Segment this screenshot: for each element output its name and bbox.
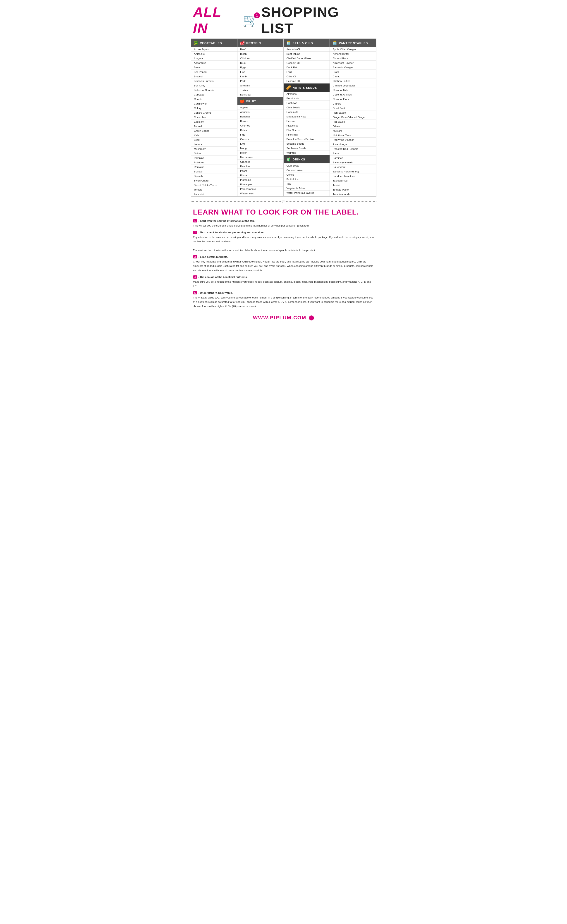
list-item: Pistachios	[284, 123, 330, 128]
list-item: Green Beans	[191, 129, 237, 133]
drinks-section: 🧃 DRINKS Club Soda Coconut Water Coffee …	[284, 155, 330, 195]
list-item: Beets	[191, 65, 237, 70]
label-num-3: 3	[193, 255, 197, 258]
pantry-icon: 🫙	[332, 40, 338, 45]
label-item-5: 5 - Understand % Daily Value. The % Dail…	[193, 291, 374, 309]
list-item: Leek	[191, 138, 237, 142]
label-num-5: 5	[193, 291, 197, 294]
list-item: Swiss Chard	[191, 178, 237, 183]
list-item: Walnuts	[284, 150, 330, 155]
fruit-label: FRUIT	[246, 100, 256, 103]
list-item: Sauerkraut	[330, 165, 376, 169]
list-item: Rice Vinegar	[330, 142, 376, 147]
list-item: Almonds	[284, 92, 330, 96]
list-item: Tomato Paste	[330, 188, 376, 192]
scissors-icon: ✂	[280, 198, 286, 204]
list-item: Fennel	[191, 124, 237, 129]
vegetables-list: Acorn Squash Artichoke Arugula Asparagus…	[191, 47, 237, 196]
vegetables-label: VEGETABLES	[200, 41, 222, 45]
list-item: Pumpkin Seeds/Pepitas	[284, 137, 330, 141]
list-item: Peaches	[237, 164, 284, 169]
list-item: Watermelon	[237, 191, 284, 195]
list-item: Capers	[330, 101, 376, 106]
list-item: Eggs	[237, 65, 284, 70]
nuts-header: 🥜 NUTS & SEEDS	[284, 84, 330, 92]
dotted-divider: ✂	[189, 196, 379, 206]
list-item: Cucumber	[191, 115, 237, 120]
list-item: Pineapple	[237, 182, 284, 187]
list-item: Romaine	[191, 165, 237, 169]
pantry-header: 🫙 PANTRY STAPLES	[330, 39, 376, 47]
list-item: Tuna (canned)	[330, 192, 376, 196]
list-item: Salmon (canned)	[330, 160, 376, 165]
list-item: Dates	[237, 128, 284, 132]
label-num-4: 4	[193, 275, 197, 279]
pantry-list: Apple Cider Vinegar Almond Butter Almond…	[330, 47, 376, 196]
label-num-1: 1	[193, 219, 197, 222]
list-item: Shellfish	[237, 83, 284, 88]
list-item: Beef	[237, 47, 284, 52]
list-item: Red Wine Vinegar	[330, 138, 376, 142]
col-vegetables: 🥦 VEGETABLES Acorn Squash Artichoke Arug…	[191, 39, 238, 196]
list-item: Mustard	[330, 129, 376, 133]
drinks-label: DRINKS	[292, 158, 305, 161]
col-pantry: 🫙 PANTRY STAPLES Apple Cider Vinegar Alm…	[330, 39, 376, 196]
list-item: Coconut Oil	[284, 61, 330, 65]
list-item: Cabbage	[191, 92, 237, 97]
list-item: Arrowroot Powder	[330, 61, 376, 65]
list-item: Lettuce	[191, 142, 237, 147]
list-item: Duck Fat	[284, 65, 330, 70]
list-item: Sundried Tomatoes	[330, 174, 376, 178]
list-item: Acorn Squash	[191, 47, 237, 52]
fruit-icon: 🍎	[240, 99, 245, 104]
list-item: Coconut Water	[284, 168, 330, 172]
label-title: LEARN WHAT TO LOOK FOR ON THE LABEL.	[193, 208, 374, 216]
list-item: Apples	[237, 105, 284, 110]
footer-logo: P	[309, 315, 314, 321]
list-item: Melon	[237, 150, 284, 155]
label-item-1-bold: - Start with the serving information at …	[198, 219, 255, 223]
label-item-3-header: 3 - Limit certain nutrients.	[193, 255, 374, 259]
pantry-label: PANTRY STAPLES	[339, 41, 368, 45]
label-item-5-header: 5 - Understand % Daily Value.	[193, 291, 374, 295]
list-item: Duck	[237, 61, 284, 65]
dot-line-right	[286, 201, 376, 202]
vegetables-header: 🥦 VEGETABLES	[191, 39, 237, 47]
list-item: Broccoli	[191, 74, 237, 79]
list-item: Lamb	[237, 74, 284, 79]
shopping-grid: 🥦 VEGETABLES Acorn Squash Artichoke Arug…	[191, 39, 376, 196]
list-item: Pecans	[284, 119, 330, 123]
list-item: Water (Mineral/Flavored)	[284, 190, 330, 195]
cart-icon-wrap: 🛒 1	[243, 14, 258, 27]
shopping-list-text: SHOPPING LIST	[261, 4, 374, 36]
nuts-section: 🥜 NUTS & SEEDS Almonds Brazil Nuts Cashe…	[284, 83, 330, 155]
list-item: Brazil Nuts	[284, 96, 330, 101]
list-item: Pine Nuts	[284, 132, 330, 137]
list-item: Bok Choy	[191, 83, 237, 88]
list-item: Chicken	[237, 56, 284, 61]
list-item: Eggplant	[191, 120, 237, 124]
list-item: Kale	[191, 133, 237, 138]
list-item: Arugula	[191, 56, 237, 61]
protein-icon: 🥩	[240, 40, 245, 45]
list-item: Sunflower Seeds	[284, 146, 330, 150]
nuts-icon: 🥜	[286, 85, 291, 90]
list-item: Olive Oil	[284, 74, 330, 79]
list-item: Hazelnuts	[284, 110, 330, 114]
protein-header: 🥩 PROTEIN	[237, 39, 284, 47]
label-item-5-text: The % Daily Value (DV) tells you the per…	[193, 296, 373, 308]
protein-label: PROTEIN	[246, 41, 261, 45]
label-title-plain: LEARN WHAT TO LOOK FOR ON THE	[193, 208, 329, 216]
list-item: Beef Tallow	[284, 52, 330, 56]
list-item: Pears	[237, 169, 284, 173]
list-item: Ginger Paste/Minced Ginger	[330, 115, 376, 120]
label-section: LEARN WHAT TO LOOK FOR ON THE LABEL. 1 -…	[189, 206, 379, 312]
list-item: Celery	[191, 106, 237, 110]
drinks-list: Club Soda Coconut Water Coffee Fruit Jui…	[284, 164, 330, 195]
list-item: Potatoes	[191, 160, 237, 165]
list-item: Asparagus	[191, 61, 237, 65]
list-item: Coconut Milk	[330, 88, 376, 92]
list-item: Macadamia Nuts	[284, 114, 330, 119]
list-item: Mushroom	[191, 147, 237, 151]
list-item: Tea	[284, 182, 330, 186]
